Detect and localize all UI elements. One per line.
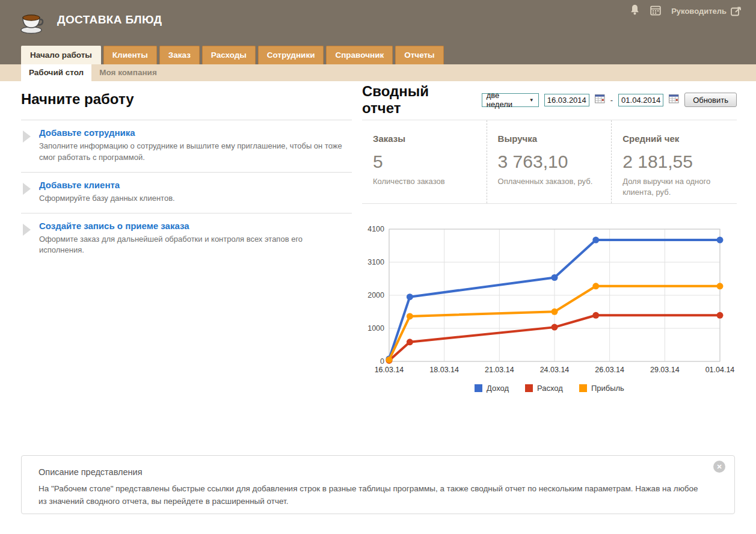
legend-label: Расход bbox=[537, 384, 563, 393]
arrow-right-icon bbox=[23, 130, 31, 143]
view-description-panel: Описание представления На "Рабочем столе… bbox=[21, 455, 735, 514]
legend-swatch-icon bbox=[525, 384, 533, 392]
stat-title: Средний чек bbox=[622, 134, 731, 144]
create-order-link[interactable]: Создайте запись о приеме заказа bbox=[39, 221, 189, 231]
data-point bbox=[407, 339, 413, 345]
svg-text:24.03.14: 24.03.14 bbox=[540, 366, 570, 374]
data-point bbox=[592, 283, 599, 289]
data-point bbox=[717, 312, 724, 319]
stat-orders[interactable]: Заказы 5 Количество заказов bbox=[362, 120, 487, 203]
report-stats: Заказы 5 Количество заказов Выручка 3 76… bbox=[362, 120, 737, 204]
panel-title: Описание представления bbox=[38, 467, 143, 477]
tab-clients[interactable]: Клиенты bbox=[103, 46, 157, 64]
header-actions: Руководитель bbox=[630, 4, 743, 18]
chart-legend: ДоходРасходПрибыль bbox=[362, 384, 737, 393]
list-item: Добавьте сотрудника Заполните информацию… bbox=[21, 120, 352, 172]
add-client-link[interactable]: Добавьте клиента bbox=[39, 180, 120, 190]
svg-text:0: 0 bbox=[380, 357, 384, 366]
page: { "header": { "app_title": "ДОСТАВКА БЛЮ… bbox=[0, 0, 756, 534]
tab-expenses[interactable]: Расходы bbox=[202, 46, 256, 64]
legend-item[interactable]: Расход bbox=[525, 384, 563, 393]
legend-label: Прибыль bbox=[591, 384, 624, 393]
create-order-description: Оформите заказ для дальнейшей обработки … bbox=[39, 234, 346, 257]
data-point bbox=[552, 324, 558, 331]
panel-text: На "Рабочем столе" представлены быстрые … bbox=[38, 483, 703, 508]
chevron-down-icon: ▼ bbox=[529, 97, 534, 103]
period-select[interactable]: две недели ▼ bbox=[482, 93, 539, 107]
svg-text:01.04.14: 01.04.14 bbox=[705, 366, 735, 374]
data-point bbox=[386, 357, 393, 363]
logout-icon bbox=[731, 6, 743, 16]
app-header: ДОСТАВКА БЛЮД Руководитель bbox=[0, 0, 756, 64]
stat-subtitle: Доля выручки на одного клиента, руб. bbox=[622, 176, 731, 197]
refresh-button[interactable]: Обновить bbox=[684, 93, 737, 107]
list-item: Создайте запись о приеме заказа Оформите… bbox=[21, 213, 352, 265]
data-point bbox=[592, 237, 599, 244]
arrow-right-icon bbox=[23, 224, 31, 236]
list-item: Добавьте клиента Сформируйте базу данных… bbox=[21, 172, 352, 213]
date-to-picker-icon[interactable] bbox=[669, 94, 679, 106]
report-title: Сводный отчет bbox=[362, 83, 470, 117]
add-employee-link[interactable]: Добавьте сотрудника bbox=[39, 127, 135, 138]
legend-swatch-icon bbox=[579, 384, 587, 392]
report-controls: две недели ▼ - bbox=[482, 93, 737, 107]
user-menu[interactable]: Руководитель bbox=[671, 6, 743, 16]
svg-text:1000: 1000 bbox=[367, 324, 384, 333]
tab-directory[interactable]: Справочник bbox=[326, 46, 393, 64]
period-select-value: две недели bbox=[487, 91, 523, 109]
subtab-my-company[interactable]: Моя компания bbox=[91, 64, 165, 81]
data-point bbox=[552, 308, 558, 315]
svg-text:4100: 4100 bbox=[367, 225, 384, 233]
getting-started-title: Начните работу bbox=[21, 91, 352, 108]
tab-reports[interactable]: Отчеты bbox=[395, 46, 443, 64]
app-title: ДОСТАВКА БЛЮД bbox=[57, 13, 162, 26]
add-employee-description: Заполните информацию о сотруднике и вышл… bbox=[39, 141, 346, 164]
legend-item[interactable]: Доход bbox=[475, 384, 509, 393]
arrow-right-icon bbox=[23, 183, 31, 195]
calendar-icon[interactable] bbox=[650, 5, 661, 18]
data-point bbox=[552, 274, 558, 281]
report-chart-area: 0100020003100410016.03.1418.03.1421.03.1… bbox=[362, 224, 737, 393]
summary-report-section: Сводный отчет две недели ▼ - bbox=[362, 86, 737, 393]
stat-title: Заказы bbox=[373, 134, 481, 144]
date-to-input[interactable] bbox=[618, 94, 663, 106]
stat-subtitle: Оплаченных заказов, руб. bbox=[498, 176, 606, 187]
user-label: Руководитель bbox=[671, 7, 727, 16]
bell-icon[interactable] bbox=[630, 4, 640, 18]
stat-value[interactable]: 3 763,10 bbox=[498, 152, 606, 172]
stat-subtitle: Количество заказов bbox=[373, 176, 481, 187]
svg-text:29.03.14: 29.03.14 bbox=[650, 366, 680, 374]
stat-average-check[interactable]: Средний чек 2 181,55 Доля выручки на одн… bbox=[612, 120, 737, 203]
data-point bbox=[407, 293, 413, 300]
legend-swatch-icon bbox=[475, 384, 482, 392]
main-tabs: Начало работы Клиенты Заказ Расходы Сотр… bbox=[21, 46, 444, 64]
legend-label: Доход bbox=[487, 384, 509, 393]
subtab-desktop[interactable]: Рабочий стол bbox=[21, 64, 91, 81]
svg-text:18.03.14: 18.03.14 bbox=[429, 366, 459, 374]
svg-text:26.03.14: 26.03.14 bbox=[595, 366, 624, 374]
tab-employees[interactable]: Сотрудники bbox=[258, 46, 324, 64]
date-from-picker-icon[interactable] bbox=[595, 94, 605, 106]
data-point bbox=[717, 283, 724, 289]
data-point bbox=[407, 313, 413, 319]
svg-text:16.03.14: 16.03.14 bbox=[375, 366, 404, 374]
svg-text:21.03.14: 21.03.14 bbox=[485, 366, 514, 374]
report-chart[interactable]: 0100020003100410016.03.1418.03.1421.03.1… bbox=[362, 224, 737, 376]
stat-title: Выручка bbox=[498, 134, 606, 144]
stat-revenue[interactable]: Выручка 3 763,10 Оплаченных заказов, руб… bbox=[487, 120, 612, 203]
svg-text:2000: 2000 bbox=[367, 291, 384, 299]
data-point bbox=[717, 237, 724, 244]
data-point bbox=[592, 312, 599, 319]
tab-getting-started[interactable]: Начало работы bbox=[21, 46, 101, 64]
close-icon[interactable]: ✕ bbox=[713, 461, 725, 473]
tab-order[interactable]: Заказ bbox=[159, 46, 200, 64]
stat-value[interactable]: 5 bbox=[373, 152, 481, 172]
coffee-cup-logo-icon bbox=[17, 7, 46, 37]
date-range-separator: - bbox=[610, 96, 613, 105]
svg-text:3100: 3100 bbox=[367, 258, 384, 266]
date-from-input[interactable] bbox=[544, 94, 589, 106]
stat-value[interactable]: 2 181,55 bbox=[622, 152, 731, 172]
sub-nav: Рабочий стол Моя компания bbox=[0, 64, 756, 81]
legend-item[interactable]: Прибыль bbox=[579, 384, 624, 393]
add-client-description: Сформируйте базу данных клиентов. bbox=[39, 193, 346, 204]
